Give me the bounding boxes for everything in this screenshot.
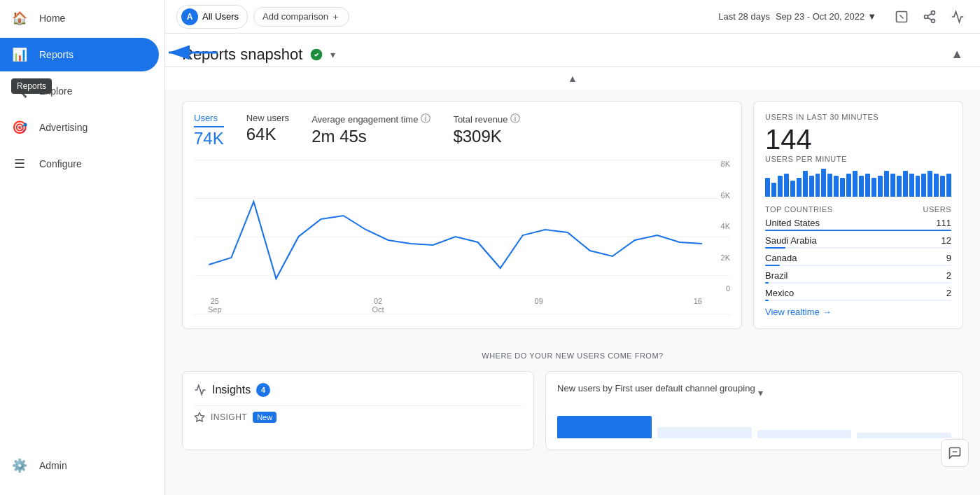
x-label: 09 xyxy=(535,297,543,314)
where-users-section-header: WHERE DO YOUR NEW USERS COME FROM? xyxy=(165,351,980,371)
metric-new-users[interactable]: New users 64K xyxy=(246,113,289,148)
date-range-selector[interactable]: Sep 23 - Oct 20, 2022 ▼ xyxy=(776,11,876,22)
country-bar-bg xyxy=(765,265,951,266)
chat-icon xyxy=(948,446,962,460)
sidebar-item-admin[interactable]: ⚙️ Admin xyxy=(0,449,159,482)
realtime-title: USERS IN LAST 30 MINUTES xyxy=(765,113,951,121)
metric-engagement[interactable]: Average engagement time ⓘ 2m 45s xyxy=(312,113,430,148)
country-bar xyxy=(765,265,780,266)
metric-engagement-value: 2m 45s xyxy=(312,127,430,146)
country-name: Mexico xyxy=(765,288,794,298)
all-users-label: All Users xyxy=(202,11,239,22)
realtime-subtitle: USERS PER MINUTE xyxy=(765,155,951,163)
mini-bar xyxy=(872,178,876,197)
all-users-chip[interactable]: A All Users xyxy=(176,5,248,29)
view-realtime-link[interactable]: View realtime → xyxy=(765,307,951,317)
mini-bar xyxy=(878,176,883,197)
x-label: 25 Sep xyxy=(208,297,222,314)
insights-card: Insights 4 INSIGHT New xyxy=(182,371,534,450)
mini-bar xyxy=(897,176,902,197)
collapse-button[interactable]: ▲ xyxy=(951,47,963,62)
arrow-indicator xyxy=(165,39,221,69)
country-row: United States 111 xyxy=(765,218,951,231)
sidebar-item-configure[interactable]: ☰ Configure xyxy=(0,147,159,181)
metric-new-users-label: New users xyxy=(246,113,289,123)
metric-users-value: 74K xyxy=(194,129,224,148)
mini-bar xyxy=(853,171,858,197)
mini-bar xyxy=(940,176,945,197)
topbar: A All Users Add comparison ＋ Last 28 day… xyxy=(165,0,980,34)
mini-bar xyxy=(803,171,808,197)
chart-x-labels: 25 Sep 02 Oct 09 xyxy=(208,297,702,314)
insights-icon-btn[interactable] xyxy=(946,6,969,28)
edit-icon-btn[interactable] xyxy=(890,6,913,28)
country-bar-bg xyxy=(765,247,951,249)
country-count: 111 xyxy=(936,218,951,228)
mini-bar xyxy=(909,174,914,197)
insights-badge: 4 xyxy=(256,383,270,397)
svg-line-7 xyxy=(927,18,932,20)
y-label: 6K xyxy=(706,191,730,200)
realtime-number: 144 xyxy=(765,124,951,155)
metric-revenue-label: Total revenue ⓘ xyxy=(453,113,520,125)
sidebar-item-reports[interactable]: 📊 Reports xyxy=(0,38,159,71)
country-count: 9 xyxy=(946,253,951,263)
mini-bar-chart xyxy=(765,169,951,197)
country-name: Brazil xyxy=(765,270,788,281)
chevron-down-icon: ▾ xyxy=(330,49,335,60)
new-badge: New xyxy=(253,412,276,423)
mini-bar xyxy=(927,171,932,197)
collapse-row-btn[interactable]: ▲ xyxy=(165,70,980,87)
metric-engagement-label: Average engagement time ⓘ xyxy=(312,113,430,125)
mini-bar xyxy=(859,176,864,197)
add-comparison-label: Add comparison xyxy=(262,11,328,22)
mini-bar xyxy=(778,176,783,197)
plus-icon: ＋ xyxy=(331,11,340,23)
mini-bar xyxy=(921,174,926,197)
svg-line-3 xyxy=(900,15,904,18)
insights-icon xyxy=(194,384,206,396)
country-row: Canada 9 xyxy=(765,253,951,266)
y-label: 8K xyxy=(706,160,730,168)
collapse-row: ▲ xyxy=(165,67,980,90)
svg-point-5 xyxy=(925,15,928,18)
mini-bar xyxy=(827,174,832,197)
country-name: Saudi Arabia xyxy=(765,235,817,246)
metric-new-users-value: 64K xyxy=(246,125,289,144)
chevron-down-icon-newusers[interactable]: ▾ xyxy=(758,387,763,398)
metric-revenue-value: $309K xyxy=(453,127,520,146)
y-label: 0 xyxy=(706,284,730,293)
sparkle-icon xyxy=(194,412,205,423)
reports-header: Reports snapshot ▾ ▲ xyxy=(165,34,980,67)
mini-bar xyxy=(934,174,939,197)
y-label: 4K xyxy=(706,222,730,230)
mini-bar xyxy=(765,178,770,197)
country-row-top: Canada 9 xyxy=(765,253,951,263)
mini-bar xyxy=(946,174,951,197)
country-bar xyxy=(765,300,769,301)
grid-line xyxy=(194,314,730,314)
snapshot-dropdown[interactable]: ▾ xyxy=(330,49,335,60)
sidebar-bottom: ⚙️ Admin xyxy=(0,447,164,495)
chat-float-button[interactable] xyxy=(941,439,969,467)
mini-bar xyxy=(916,176,920,197)
sidebar-item-label: Admin xyxy=(39,460,67,471)
chart-y-labels: 8K 6K 4K 2K 0 xyxy=(706,160,730,293)
metric-users-label: Users xyxy=(194,113,224,127)
metric-users[interactable]: Users 74K xyxy=(194,113,224,148)
new-users-title-row: New users by First user default channel … xyxy=(557,383,951,402)
new-users-card: New users by First user default channel … xyxy=(545,371,963,450)
country-row-top: Mexico 2 xyxy=(765,288,951,298)
chart-area xyxy=(194,160,702,293)
info-icon: ⓘ xyxy=(421,113,430,125)
realtime-card: USERS IN LAST 30 MINUTES 144 USERS PER M… xyxy=(753,101,963,329)
sidebar-item-advertising[interactable]: 🎯 Advertising xyxy=(0,111,159,144)
add-comparison-button[interactable]: Add comparison ＋ xyxy=(253,7,349,27)
main-chart-card: Users 74K New users 64K Average engageme… xyxy=(182,101,742,329)
metric-revenue[interactable]: Total revenue ⓘ $309K xyxy=(453,113,520,148)
bottom-section: Insights 4 INSIGHT New New users by Firs… xyxy=(165,371,980,461)
sidebar-item-home[interactable]: 🏠 Home xyxy=(0,1,159,35)
share-icon-btn[interactable] xyxy=(918,6,941,28)
reports-tooltip: Reports xyxy=(11,78,52,94)
svg-line-8 xyxy=(927,13,932,15)
